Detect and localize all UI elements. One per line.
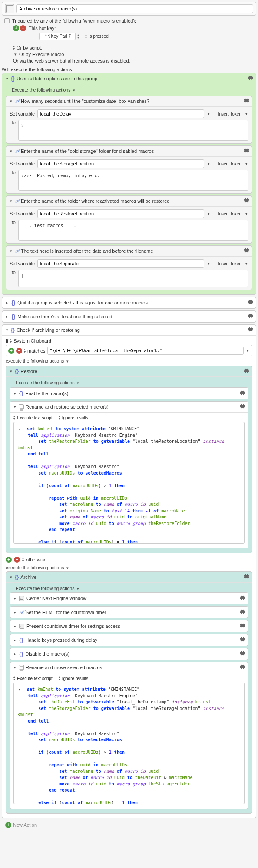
new-action-button[interactable]: + [5, 822, 11, 828]
or-execute-label: Or by Execute Macro [19, 52, 64, 57]
gear-icon [240, 623, 245, 630]
will-execute-label: Will execute the following actions: [2, 66, 256, 73]
or-execute-disclose[interactable]: ▾ [13, 52, 17, 56]
setvar-disclose[interactable]: ▾ [9, 99, 13, 103]
gear-icon [240, 595, 245, 602]
otherwise-label: otherwise [26, 557, 46, 562]
group-icon: {} [15, 574, 19, 580]
variable-value-input[interactable] [18, 270, 248, 287]
var-picker[interactable]: ▾ [207, 261, 211, 266]
script-icon [19, 665, 24, 670]
insert-token-button[interactable]: Insert Token [218, 261, 241, 266]
triggered-checkbox[interactable] [4, 18, 10, 23]
insert-token-button[interactable]: Insert Token [218, 112, 241, 116]
chevron-right-icon: ▸ [5, 314, 9, 319]
restore-title: Restore [20, 369, 37, 374]
gear-icon[interactable] [244, 248, 249, 254]
variable-icon: 𝒳 [15, 198, 19, 205]
variable-name-input[interactable] [37, 159, 204, 168]
gear-icon[interactable] [244, 98, 249, 105]
add-trigger-button[interactable]: + [13, 25, 19, 31]
remove-cond-button[interactable]: − [16, 348, 22, 354]
script-code-2[interactable]: ▾ set kmInst to system attribute "KMINST… [13, 683, 245, 804]
triggered-label: Triggered by any of the following (when … [12, 18, 136, 23]
restore-disclose[interactable]: ▾ [9, 369, 13, 373]
remove-trigger-button[interactable]: − [20, 25, 26, 31]
variable-value-input[interactable]: zzzz_ Posted, demo, info, etc. [18, 170, 248, 191]
variable-name-input[interactable] [37, 259, 204, 268]
gear-icon[interactable] [248, 327, 253, 333]
variable-name-input[interactable] [37, 109, 204, 118]
setvar-disclose[interactable]: ▾ [9, 199, 13, 203]
var-picker[interactable]: ▾ [207, 162, 211, 166]
new-action-label: New Action [13, 822, 37, 828]
variable-icon: 𝒳 [15, 148, 19, 155]
enable-macros-action[interactable]: ▸{} Enable the macro(s) [10, 387, 248, 399]
center-window-action[interactable]: ▸▭Center Next Engine Window [10, 592, 248, 604]
hotkey-selector[interactable] [77, 34, 79, 39]
rename-restore-label: Rename and restore selected macro(s) [26, 404, 109, 409]
setvar-disclose[interactable]: ▾ [9, 149, 13, 153]
add-cond-button[interactable]: + [8, 348, 14, 354]
or-web-label: Or via the web server but all remote acc… [13, 58, 130, 63]
user-opts-title: User-settable options are in this group [17, 76, 97, 81]
gear-icon[interactable] [244, 198, 249, 205]
gear-icon[interactable] [240, 664, 245, 671]
gear-icon[interactable] [248, 299, 253, 306]
gear-icon[interactable] [248, 75, 253, 82]
handle-keys-action[interactable]: ▸{}Handle keys pressed during delay [10, 634, 248, 646]
matches-label: matches [27, 348, 46, 353]
window-icon: ▭ [19, 596, 24, 601]
setvar-title: Enter the name of the folder where react… [21, 198, 169, 204]
add-otherwise-button[interactable]: + [6, 557, 12, 563]
disable-macros-action[interactable]: ▸{}Disable the macro(s) [10, 648, 248, 660]
gear-icon[interactable] [244, 368, 249, 375]
rename-move-label: Rename and move selected macros [26, 665, 102, 670]
variable-value-input[interactable]: __ . test macros __ . [18, 220, 248, 241]
archive-title: Archive [20, 574, 36, 580]
setvar-label: Set variable [10, 111, 35, 116]
archive-disclose[interactable]: ▾ [9, 575, 13, 579]
variable-name-input[interactable] [37, 209, 204, 218]
regex-input[interactable] [47, 347, 244, 355]
quit-action[interactable]: ▸ {} Quit if a group is selected - this … [2, 297, 256, 309]
present-timer-action[interactable]: ▸▭Present countdown timer for settings a… [10, 620, 248, 632]
group-disclose[interactable]: ▾ [5, 76, 9, 81]
insert-token-button[interactable]: Insert Token [218, 162, 241, 166]
gear-icon[interactable] [244, 574, 249, 581]
hotkey-mode-arrows[interactable] [85, 34, 87, 39]
macro-title-input[interactable] [16, 4, 253, 13]
if-arrows[interactable] [10, 338, 12, 343]
group-icon: {} [11, 327, 15, 333]
hotkey-mode[interactable]: is pressed [89, 34, 109, 39]
script-icon [19, 404, 24, 409]
exec-disclose[interactable]: ▾ [72, 88, 76, 92]
setvar-disclose[interactable]: ▾ [9, 249, 13, 253]
setvar-label: Set variable [10, 261, 35, 266]
script-code-1[interactable]: ▾ set kmInst to system attribute "KMINST… [13, 422, 245, 544]
regex-token[interactable]: ▾ [245, 349, 250, 353]
var-picker[interactable]: ▾ [207, 211, 211, 216]
var-picker[interactable]: ▾ [207, 112, 211, 116]
to-label: to [10, 120, 16, 125]
makesure-action[interactable]: ▸ {} Make sure there's at least one thin… [2, 310, 256, 323]
check-disclose[interactable]: ▾ [5, 328, 9, 332]
setvar-title: The text here is inserted after the date… [21, 248, 153, 254]
gear-icon [240, 609, 245, 616]
gear-icon[interactable] [240, 403, 245, 410]
variable-icon: 𝒳 [15, 98, 19, 105]
variable-value-input[interactable]: 2 [18, 120, 248, 141]
or-script-arrows[interactable] [13, 45, 15, 50]
group-icon: {} [11, 76, 15, 82]
matches-arrows[interactable] [24, 348, 26, 353]
setvar-label: Set variable [10, 211, 35, 216]
set-html-action[interactable]: ▸𝒳Set the HTML for the countdown timer [10, 606, 248, 618]
insert-token-button[interactable]: Insert Token [218, 211, 241, 216]
setvar-title: How many seconds until the "customize da… [21, 99, 149, 104]
gear-icon [240, 390, 245, 397]
gear-icon[interactable] [248, 313, 253, 320]
remove-otherwise-button[interactable]: − [14, 557, 20, 563]
gear-icon[interactable] [244, 148, 249, 155]
hotkey-label: This hot key: [29, 26, 56, 31]
hotkey-field[interactable]: ⌃⇧Key Pad 7 [39, 33, 76, 40]
